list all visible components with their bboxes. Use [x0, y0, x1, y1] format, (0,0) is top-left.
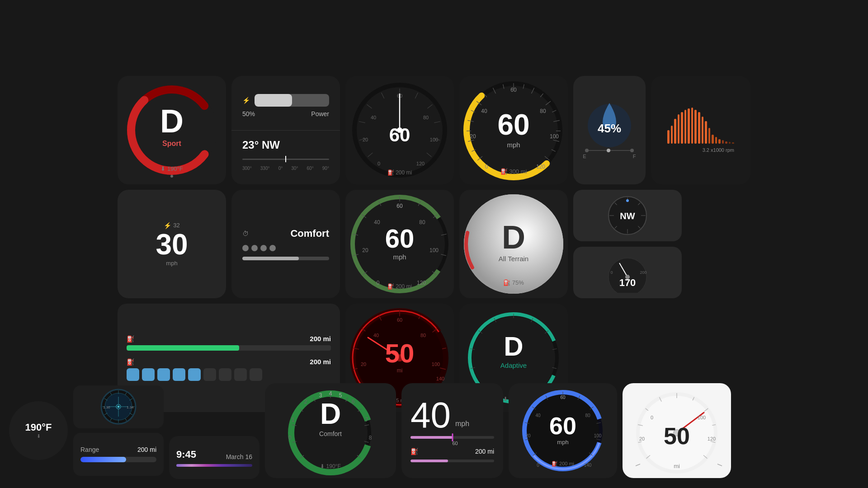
svg-text:140: 140 [584, 463, 592, 468]
widget-comfort-gauge: 2 1 0 3 4 5 6 7 8 D Comfort ⬇ 190°F [265, 383, 396, 478]
svg-text:60: 60 [497, 108, 529, 141]
widget-range-bar: Range 200 mi [73, 433, 164, 476]
svg-text:All Terrain: All Terrain [499, 255, 528, 263]
svg-text:140: 140 [436, 376, 444, 381]
svg-text:20: 20 [470, 133, 476, 140]
svg-text:mph: mph [393, 253, 406, 261]
svg-text:80: 80 [585, 413, 590, 418]
scale-300: 300° [242, 166, 252, 171]
svg-text:120: 120 [416, 161, 425, 166]
svg-text:200: 200 [640, 270, 646, 275]
svg-text:0: 0 [651, 415, 653, 420]
svg-text:60: 60 [397, 317, 402, 323]
svg-text:2: 2 [304, 399, 307, 405]
scale-0: 0° [278, 166, 283, 171]
svg-text:40: 40 [535, 413, 541, 418]
svg-text:50: 50 [385, 338, 415, 368]
svg-text:40: 40 [481, 108, 487, 114]
svg-text:⛽ 200 mi: ⛽ 200 mi [387, 169, 412, 176]
widget-group-compass-speed: NW 0 200 170 [573, 190, 646, 298]
compass-direction: 23° NW [242, 139, 280, 151]
svg-line-262 [717, 464, 722, 466]
svg-text:20: 20 [362, 247, 368, 253]
svg-text:170: 170 [619, 277, 636, 288]
widget-speed-30: ⚡ 32 30 mph [118, 190, 226, 298]
timer-icon: ⏱ [242, 230, 249, 237]
svg-text:100: 100 [594, 433, 602, 438]
svg-text:mph: mph [507, 141, 520, 149]
scale-90: 90° [322, 166, 329, 171]
svg-text:40: 40 [373, 333, 379, 338]
svg-text:60: 60 [396, 203, 403, 209]
svg-text:D: D [504, 331, 523, 361]
time-display: 9:45 [176, 449, 196, 460]
svg-text:40: 40 [371, 115, 376, 120]
scale-30: 30° [291, 166, 298, 171]
fuel-percent: 45% [598, 122, 621, 135]
speed-value: 30 [156, 230, 188, 259]
svg-text:100: 100 [698, 415, 706, 420]
svg-text:1.34: 1.34 [127, 405, 134, 409]
svg-text:20: 20 [525, 433, 531, 438]
svg-point-68 [607, 149, 610, 152]
svg-text:100: 100 [432, 361, 440, 367]
range-label: Range [80, 446, 99, 453]
svg-text:80: 80 [423, 115, 429, 120]
svg-point-6 [170, 175, 173, 178]
rpm-label: 3.2 x1000 rpm [703, 147, 734, 153]
widget-sport-mode: D Sport ⬇ 190°F [118, 76, 226, 184]
svg-text:0: 0 [610, 270, 613, 275]
svg-text:⛽ 200 mi: ⛽ 200 mi [552, 460, 574, 467]
widget-speed-white: 0 100 20 120 50 mi [623, 383, 731, 478]
svg-text:40: 40 [374, 219, 380, 225]
svg-text:NW: NW [620, 211, 635, 221]
svg-text:mi: mi [397, 367, 403, 374]
widget-power-compass: ⚡ 50% Power 23° NW 300° [231, 76, 340, 184]
svg-text:E: E [583, 154, 586, 159]
temp-value: 190°F [25, 422, 52, 433]
speed-sub: 32 [173, 222, 179, 229]
power-percent: 50% [242, 110, 255, 117]
svg-text:80: 80 [420, 333, 426, 338]
svg-text:D: D [160, 103, 184, 139]
svg-text:⛽ 300 mi: ⛽ 300 mi [500, 168, 527, 175]
svg-text:⬇ 190°F: ⬇ 190°F [320, 463, 340, 469]
svg-text:1: 1 [292, 417, 295, 423]
svg-text:60: 60 [385, 224, 415, 253]
widget-rpm: 3.2 x1000 rpm [651, 76, 750, 184]
fuel-icon-1: ⛽ [127, 335, 134, 343]
svg-text:80: 80 [540, 108, 546, 114]
svg-text:60: 60 [510, 87, 517, 93]
svg-text:Comfort: Comfort [319, 430, 342, 437]
svg-text:100: 100 [550, 133, 559, 140]
svg-text:100: 100 [430, 137, 438, 142]
fuel-icon-40: ⛽ [410, 448, 418, 455]
svg-text:20: 20 [361, 361, 366, 367]
svg-text:0: 0 [485, 164, 488, 170]
scale-60: 60° [307, 166, 314, 171]
fuel-icon-2: ⛽ [127, 358, 134, 366]
speed-40: 40 [410, 399, 451, 432]
widget-speed-dark: 40 80 20 100 60 0 120 60 ⛽ 200 mi [345, 76, 454, 184]
svg-point-67 [585, 149, 589, 152]
svg-point-69 [630, 149, 634, 152]
svg-text:mi: mi [674, 463, 680, 469]
svg-text:50: 50 [664, 423, 690, 449]
svg-text:Adaptive: Adaptive [500, 361, 527, 369]
svg-line-261 [636, 464, 640, 466]
fuel-range-40: 200 mi [475, 448, 494, 455]
svg-text:⛽ 75%: ⛽ 75% [503, 279, 524, 286]
widget-fuel-45: 45% E F [573, 76, 646, 184]
widget-speed-170: 0 200 170 [573, 247, 682, 298]
svg-point-111 [626, 199, 629, 202]
svg-text:6: 6 [352, 399, 355, 405]
svg-text:20: 20 [639, 436, 645, 441]
svg-text:⬇ 190°F: ⬇ 190°F [160, 165, 183, 172]
svg-text:mph: mph [557, 439, 568, 446]
svg-text:60: 60 [389, 124, 410, 145]
widget-temp-circle: 190°F ⬇ [9, 401, 68, 460]
svg-text:60: 60 [549, 412, 576, 439]
svg-text:8: 8 [369, 435, 372, 441]
widget-speed-green-ring: 40 80 20 100 60 0 120 60 mph ⛽ 200 mi [345, 190, 454, 298]
svg-text:100: 100 [429, 247, 439, 253]
